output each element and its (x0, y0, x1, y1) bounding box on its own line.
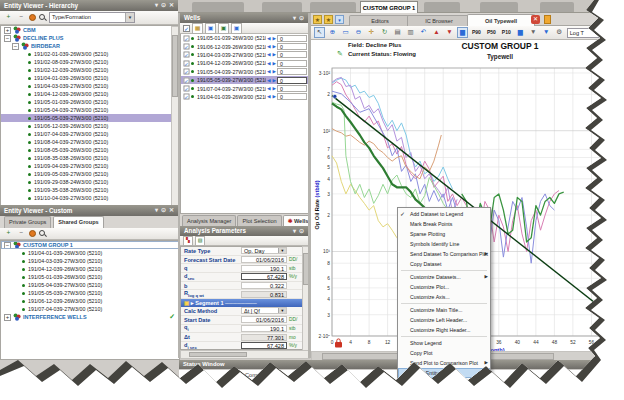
pin-icon[interactable] (29, 230, 36, 237)
increment-icon[interactable]: ▶ (272, 36, 276, 41)
add-group-button[interactable]: + (3, 228, 14, 239)
wells-list-row[interactable]: ✓191/06-12-039-26W3/00 (5210)◀▶0 (181, 42, 309, 50)
redacted-tab[interactable] (310, 2, 356, 12)
plot-selected-icon[interactable]: ▣ (205, 23, 216, 34)
favorites-icon[interactable]: ★ (313, 15, 322, 24)
well-shift-input[interactable]: 0 (277, 60, 307, 67)
close-tab-icon[interactable]: ✕ (531, 15, 540, 24)
decrement-icon[interactable]: ◀ (267, 69, 271, 74)
decrement-icon[interactable]: ◀ (267, 52, 271, 57)
expander-icon[interactable]: + (4, 27, 11, 34)
param-value[interactable]: 67.428 (241, 273, 287, 280)
menu-item-customize-plot[interactable]: Customize Plot... (398, 282, 490, 292)
redacted-tab[interactable] (480, 2, 518, 12)
p10-button[interactable]: P10 (500, 27, 513, 38)
menu-item-show-legend[interactable]: Show Legend (398, 338, 490, 348)
wells-list-row[interactable]: ✓191/05-05-039-27W3/00 (5210)◀▶0 (181, 76, 309, 84)
tree-well-row[interactable]: 191/05-05-039-27W3/00 (5210) (1, 114, 179, 122)
analysis-hscrollbar[interactable] (180, 350, 310, 359)
wells-list-row[interactable]: ✓191/07-04-039-27W3/00 (5210)◀▶0 (181, 84, 309, 92)
chevron-down-icon[interactable]: ▾ (278, 248, 286, 253)
param-value[interactable]: 190.1 (241, 265, 287, 272)
row-checkbox[interactable]: ✓ (184, 77, 190, 83)
decrement-icon[interactable]: ◀ (267, 36, 271, 41)
wells-list-row[interactable]: ✓191/04-12-039-26W3/00 (5210)◀▶0 (181, 59, 309, 67)
param-value[interactable]: 77.301 (241, 334, 287, 341)
zoom-in-tool-icon[interactable]: ⊕ (327, 27, 338, 38)
menu-item-add-dataset-to-legend[interactable]: ✓Add Dataset to Legend (398, 209, 490, 219)
collapse-icon[interactable]: ▾ (155, 205, 158, 216)
well-shift-input[interactable]: 0 (277, 43, 307, 50)
tree-well-row[interactable]: 191/07-04-039-27W3/00 (5210) (1, 305, 179, 313)
tree-well-row[interactable]: 191/06-12-039-26W3/00 (5210) (1, 122, 179, 130)
tree-well-row[interactable]: 191/04-03-039-27W3/00 (5210) (1, 257, 179, 265)
param-value[interactable]: 0.322 (241, 282, 287, 289)
pan-icon[interactable]: ✛ (366, 27, 377, 38)
custom-group-row[interactable]: −CUSTOM GROUP 1 (1, 241, 179, 249)
tree-well-row[interactable]: 191/02-12-039-26W3/00 (5210) (1, 66, 179, 74)
increment-icon[interactable]: ▶ (272, 86, 276, 91)
hierarchy-filter-select[interactable]: Type/Formation ▾ (49, 12, 135, 23)
tree-well-row[interactable]: 191/08-05-039-26W3/00 (5210) (1, 146, 179, 154)
param-value[interactable]: 67.428 (241, 342, 287, 349)
reset-plot-icon[interactable]: ↻ (379, 27, 390, 38)
menu-item-customize-main-title[interactable]: Customize Main Title... (398, 305, 490, 315)
pin-icon[interactable]: ⊙ (161, 0, 166, 11)
menu-item-customize-right-header[interactable]: Customize Right Header... (398, 325, 490, 335)
chevron-down-icon[interactable]: ▾ (278, 308, 286, 313)
param-value[interactable]: Δt | Qf▾ (241, 307, 287, 314)
tree-well-row[interactable]: 191/04-12-039-26W3/00 (5210) (1, 90, 179, 98)
row-checkbox[interactable]: ✓ (184, 35, 190, 41)
well-shift-input[interactable]: 0 (277, 77, 307, 84)
menu-item-mark-break-points[interactable]: Mark Break Points (398, 219, 490, 229)
tree-well-row[interactable]: 191/09-35-038-26W3/00 (5210) (1, 186, 179, 194)
chart-blue-icon[interactable]: ▆ (457, 27, 468, 38)
expander-icon[interactable]: − (12, 43, 19, 50)
increment-icon[interactable]: ▶ (272, 52, 276, 57)
close-icon[interactable]: ✕ (169, 205, 174, 216)
add-entity-button[interactable]: + (3, 12, 14, 23)
tree-well-row[interactable]: 191/09-04-039-27W3/00 (5210) (1, 162, 179, 170)
param-value[interactable]: 01/06/2016 (241, 256, 287, 263)
tree-well-row[interactable]: 191/08-35-038-26W3/00 (5210) (1, 154, 179, 162)
expander-icon[interactable]: + (4, 314, 11, 321)
collapse-icon[interactable]: ▾ (155, 0, 158, 11)
pin-icon[interactable]: ⊙ (161, 205, 166, 216)
plot-group-icon[interactable]: ▣ (218, 23, 229, 34)
interference-group-row[interactable]: +INTERFERENCE WELLS✓ (1, 313, 179, 321)
tree-well-row[interactable]: 191/08-04-039-27W3/00 (5210) (1, 138, 179, 146)
check-all-icon[interactable]: ✓ (183, 25, 190, 32)
menu-item-symbols-identify-line[interactable]: Symbols Identify Line (398, 239, 490, 249)
tab-shared-groups[interactable]: Shared Groups (53, 216, 103, 228)
increment-icon[interactable]: ▶ (272, 61, 276, 66)
settings-icon[interactable]: ⚙ (554, 27, 565, 38)
menu-item-copy-plot[interactable]: Copy Plot (398, 348, 490, 358)
chevron-down-icon[interactable]: ▾ (335, 15, 344, 24)
close-icon[interactable]: ✕ (169, 0, 174, 11)
dataset-red-icon[interactable]: ▲ (431, 27, 442, 38)
favorites-add-icon[interactable]: ★ (324, 15, 333, 24)
pin-icon[interactable]: ⊙ (299, 13, 304, 23)
wells-list-row[interactable]: ✓191/05-01-039-26W3/00 (5210)◀▶0 (181, 34, 309, 42)
param-value[interactable]: 01/06/2016 (241, 316, 287, 323)
tree-well-row[interactable]: 191/04-12-039-26W3/00 (5210) (1, 265, 179, 273)
forecast-start-marker[interactable] (333, 94, 337, 98)
well-shift-input[interactable]: 0 (277, 35, 307, 42)
decrement-icon[interactable]: ◀ (267, 94, 271, 99)
tree-well-row[interactable]: 191/05-01-039-26W3/00 (5210) (1, 98, 179, 106)
tree-group-row[interactable]: +CBM (1, 26, 179, 34)
menu-item-send-dataset-to-comparison-plot[interactable]: Send Dataset To Comparison Plot▶ (398, 249, 490, 259)
chevron-down-icon[interactable]: ▾ (609, 29, 618, 37)
axis-lock-icon[interactable] (335, 339, 342, 348)
tree-well-row[interactable]: 191/07-04-039-27W3/00 (5210) (1, 130, 179, 138)
well-shift-input[interactable]: 0 (277, 68, 307, 75)
menu-item-customize-axis[interactable]: Customize Axis... (398, 292, 490, 302)
copy-analysis-icon[interactable]: ▨ (195, 236, 205, 246)
increment-icon[interactable]: ▶ (272, 94, 276, 99)
decrement-icon[interactable]: ◀ (267, 86, 271, 91)
new-tab-icon[interactable] (544, 15, 551, 24)
wells-list-row[interactable]: ✓191/05-04-039-27W3/00 (5210)◀▶0 (181, 68, 309, 76)
funnel-icon[interactable]: ▼ (528, 27, 539, 38)
tree-well-row[interactable]: 191/02-08-039-27W3/00 (5210) (1, 58, 179, 66)
document-tab-active[interactable]: CUSTOM GROUP 1 (360, 1, 418, 13)
